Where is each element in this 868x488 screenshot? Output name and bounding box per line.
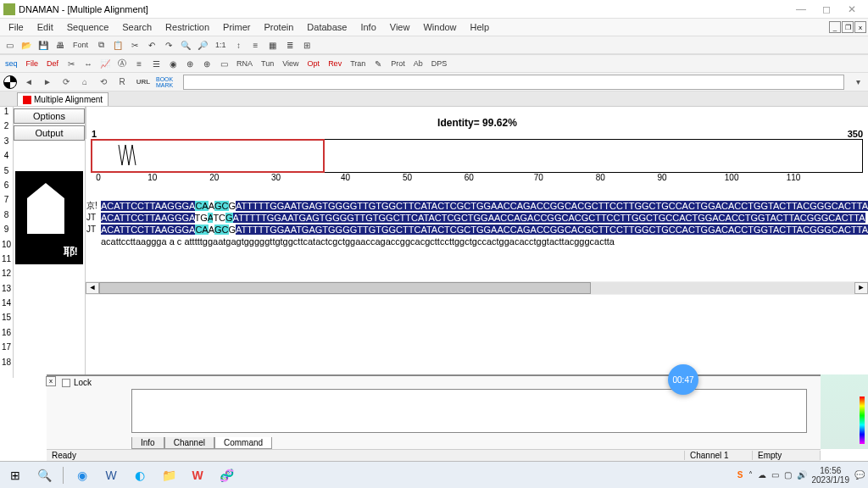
zoom-11[interactable]: 1:1 <box>212 37 230 53</box>
open-icon[interactable]: 📂 <box>19 37 34 53</box>
minimize-button[interactable]: — <box>788 2 814 17</box>
menu-restriction[interactable]: Restriction <box>159 20 216 34</box>
options-button[interactable]: Options <box>14 108 85 124</box>
pane-close-icon[interactable]: x <box>46 376 56 386</box>
explorer-icon[interactable]: 📁 <box>157 464 181 486</box>
mdi-restore[interactable]: ❐ <box>842 21 854 33</box>
tray-net-icon[interactable]: ▭ <box>771 470 779 480</box>
misc-icon[interactable]: ⊞ <box>299 37 314 53</box>
stop-icon[interactable]: ⟳ <box>58 75 75 90</box>
seq-row-1[interactable]: 京! ACATTCCTTAAGGGACAAGCGATTTTTGGAATGAGTG… <box>86 200 868 212</box>
tb2-box[interactable]: ▭ <box>216 56 231 71</box>
zoomout-icon[interactable]: 🔎 <box>195 37 210 53</box>
tb2-prot[interactable]: Prot <box>387 56 409 71</box>
scroll-track[interactable] <box>99 282 854 294</box>
align-icon[interactable]: ≣ <box>282 37 298 53</box>
compass-icon[interactable] <box>2 75 19 90</box>
tb2-tran[interactable]: Tran <box>347 56 369 71</box>
tab-info[interactable]: Info <box>131 437 164 449</box>
cut-icon[interactable]: ✂ <box>127 37 142 53</box>
url-dropdown-icon[interactable]: ▾ <box>849 75 866 90</box>
redo-icon[interactable]: ↷ <box>161 37 176 53</box>
menu-file[interactable]: File <box>2 20 31 34</box>
back-icon[interactable]: ◄ <box>20 75 37 90</box>
tb2-rna[interactable]: RNA <box>233 56 256 71</box>
command-input[interactable] <box>131 389 807 433</box>
bookmark-label[interactable]: BOOK MARK <box>156 75 178 90</box>
word-icon[interactable]: W <box>99 464 123 486</box>
wps-icon[interactable]: W <box>186 464 209 486</box>
close-button[interactable]: ✕ <box>839 2 865 17</box>
tb2-tun[interactable]: Tun <box>258 56 277 71</box>
menu-view[interactable]: View <box>383 20 417 34</box>
clock[interactable]: 16:56 2023/1/19 <box>812 466 850 485</box>
mdi-min[interactable]: _ <box>829 21 841 33</box>
menu-database[interactable]: Database <box>300 20 353 34</box>
browser-icon[interactable]: ◐ <box>128 464 152 486</box>
undo-icon[interactable]: ↶ <box>144 37 159 53</box>
home-icon[interactable]: ⌂ <box>76 75 93 90</box>
tray-battery-icon[interactable]: ▢ <box>784 470 792 480</box>
tb2-bars[interactable]: ≡ <box>131 56 147 71</box>
tb2-tgt2[interactable]: ⊕ <box>199 56 214 71</box>
tb2-o[interactable]: ◉ <box>165 56 181 71</box>
tb2-abc[interactable]: Ⓐ <box>114 56 130 71</box>
seq-row-2[interactable]: JT ACATTCCTTAAGGGATGATCGATTTTTGGAATGAGTG… <box>86 212 868 224</box>
overview-chart[interactable] <box>91 139 863 173</box>
lock-checkbox[interactable] <box>62 379 70 387</box>
tb2-revtran[interactable]: Rev <box>325 56 345 71</box>
scroll-right-icon[interactable]: ► <box>854 282 868 294</box>
scroll-left-icon[interactable]: ◄ <box>86 282 99 294</box>
menu-window[interactable]: Window <box>416 20 463 34</box>
tb2-file[interactable]: File <box>23 56 42 71</box>
tb2-dps[interactable]: DPS <box>428 56 451 71</box>
print-icon[interactable]: 🖶 <box>53 37 68 53</box>
copy-icon[interactable]: ⧉ <box>93 37 108 53</box>
alignment-view[interactable]: 京! ACATTCCTTAAGGGACAAGCGATTTTTGGAATGAGTG… <box>86 200 868 247</box>
h-scrollbar[interactable]: ◄ ► <box>86 281 868 295</box>
r-button[interactable]: R <box>114 75 131 90</box>
menu-help[interactable]: Help <box>464 20 497 34</box>
ruler-icon[interactable]: ≡ <box>248 37 264 53</box>
grid-icon[interactable]: ▦ <box>265 37 281 53</box>
tab-channel[interactable]: Channel <box>164 437 214 449</box>
tb2-tgt[interactable]: ⊕ <box>182 56 198 71</box>
tb2-list[interactable]: ☰ <box>148 56 164 71</box>
tb2-opt[interactable]: Opt <box>304 56 324 71</box>
menu-sequence[interactable]: Sequence <box>60 20 116 34</box>
tray-volume-icon[interactable]: 🔊 <box>797 470 807 480</box>
seq-row-3[interactable]: JT ACATTCCTTAAGGGACAAGCGATTTTTGGAATGAGTG… <box>86 224 868 236</box>
font-button[interactable]: Font <box>70 37 92 53</box>
notifications-icon[interactable]: 💬 <box>854 470 865 480</box>
tb2-scis[interactable]: ✂ <box>64 56 79 71</box>
menu-protein[interactable]: Protein <box>257 20 300 34</box>
tb2-def[interactable]: Def <box>43 56 62 71</box>
output-button[interactable]: Output <box>14 125 85 141</box>
tray-onedrive-icon[interactable]: ☁ <box>758 470 766 480</box>
tb2-graph[interactable]: 📈 <box>97 56 113 71</box>
refresh-icon[interactable]: ⟲ <box>95 75 112 90</box>
save-icon[interactable]: 💾 <box>36 37 51 53</box>
edge-icon[interactable]: ◉ <box>70 464 94 486</box>
tb2-view[interactable]: View <box>279 56 302 71</box>
menu-edit[interactable]: Edit <box>31 20 60 34</box>
tab-command[interactable]: Command <box>214 437 272 449</box>
tb2-seq[interactable]: seq <box>2 56 21 71</box>
tab-multiple-alignment[interactable]: Multiple Alignment <box>17 92 108 106</box>
tb2-rev[interactable]: ↔ <box>81 56 96 71</box>
paste-icon[interactable]: 📋 <box>110 37 125 53</box>
menu-info[interactable]: Info <box>353 20 382 34</box>
fit-icon[interactable]: ↕ <box>231 37 247 53</box>
ime-icon[interactable]: S <box>737 470 743 480</box>
tray-up-icon[interactable]: ˄ <box>748 470 753 480</box>
maximize-button[interactable]: ◻ <box>814 2 839 17</box>
start-button[interactable]: ⊞ <box>3 464 27 486</box>
dnaman-taskbar-icon[interactable]: 🧬 <box>214 464 238 486</box>
tb2-ab[interactable]: Ab <box>410 56 426 71</box>
menu-search[interactable]: Search <box>115 20 159 34</box>
scroll-thumb[interactable] <box>99 282 591 294</box>
zoomin-icon[interactable]: 🔍 <box>178 37 193 53</box>
url-input[interactable] <box>183 75 844 90</box>
tb2-mut[interactable]: ✎ <box>370 56 386 71</box>
menu-primer[interactable]: Primer <box>216 20 257 34</box>
